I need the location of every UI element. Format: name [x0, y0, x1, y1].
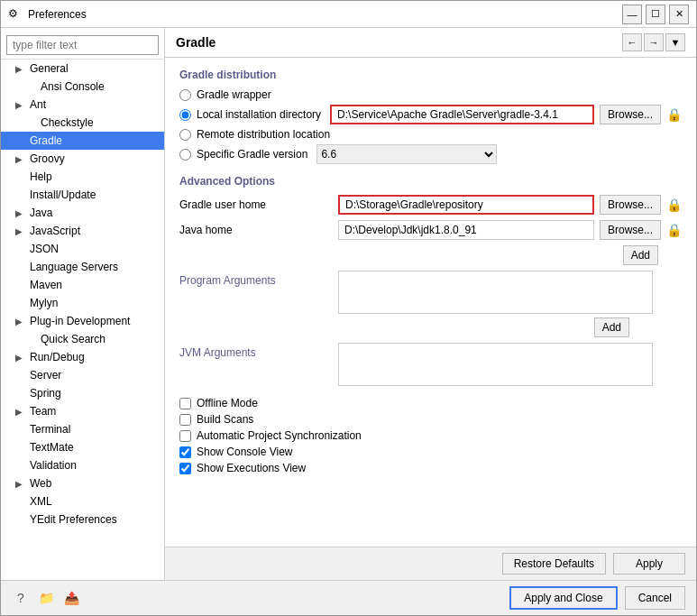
gradle-user-home-label: Gradle user home — [179, 198, 333, 211]
preferences-window: ⚙ Preferences — ☐ ✕ ▶GeneralAnsi Console… — [0, 0, 697, 616]
import-icon[interactable]: 📁 — [37, 589, 55, 607]
minimize-button[interactable]: — — [622, 5, 642, 24]
distribution-section-title: Gradle distribution — [179, 69, 682, 81]
advanced-section: Advanced Options Gradle user home Browse… — [179, 175, 682, 386]
sidebar-item-terminal[interactable]: Terminal — [1, 420, 164, 438]
sidebar-item-validation[interactable]: Validation — [1, 456, 164, 474]
sidebar-item-quick-search[interactable]: Quick Search — [1, 330, 164, 348]
local-installation-input[interactable] — [330, 105, 594, 124]
bottom-bar: Restore Defaults Apply — [165, 547, 696, 580]
radio-gradle-wrapper-label: Gradle wrapper — [197, 88, 271, 101]
main-content: Gradle distribution Gradle wrapper Local… — [165, 58, 696, 547]
sidebar-item-help[interactable]: Help — [1, 168, 164, 186]
sidebar-item-json[interactable]: JSON — [1, 240, 164, 258]
show-console-view-label: Show Console View — [197, 446, 293, 458]
sidebar-label-help: Help — [30, 170, 52, 183]
export-icon[interactable]: 📤 — [62, 589, 80, 607]
radio-group: Gradle wrapper Local installation direct… — [179, 88, 682, 164]
sidebar-label-team: Team — [30, 405, 56, 418]
show-executions-view-checkbox[interactable] — [179, 463, 191, 474]
nav-back-button[interactable]: ← — [622, 33, 642, 51]
java-home-input[interactable] — [338, 220, 594, 240]
radio-gradle-wrapper-input[interactable] — [179, 89, 191, 101]
sidebar-arrow-run-debug: ▶ — [15, 353, 26, 363]
filter-input[interactable] — [6, 35, 159, 55]
radio-gradle-wrapper: Gradle wrapper — [179, 88, 682, 101]
sidebar-item-maven[interactable]: Maven — [1, 276, 164, 294]
sidebar-label-plug-in-development: Plug-in Development — [30, 315, 130, 327]
help-icon[interactable]: ? — [12, 589, 30, 607]
gradle-user-home-browse-button[interactable]: Browse... — [600, 195, 661, 215]
sidebar-item-groovy[interactable]: ▶Groovy — [1, 150, 164, 168]
sidebar-label-ant: Ant — [30, 98, 46, 111]
sidebar-label-javascript: JavaScript — [30, 225, 80, 237]
jvm-arguments-area[interactable] — [338, 343, 653, 386]
nav-dropdown-button[interactable]: ▼ — [665, 33, 685, 51]
sidebar-item-mylyn[interactable]: Mylyn — [1, 294, 164, 312]
build-scans-checkbox[interactable] — [179, 414, 191, 426]
sidebar-item-plug-in-development[interactable]: ▶Plug-in Development — [1, 312, 164, 330]
sidebar-item-gradle[interactable]: Gradle — [1, 132, 164, 150]
sidebar-label-quick-search: Quick Search — [41, 333, 105, 345]
radio-local-installation-input[interactable] — [179, 109, 191, 121]
radio-specific-version-input[interactable] — [179, 149, 191, 161]
cancel-button[interactable]: Cancel — [625, 586, 685, 610]
auto-project-sync-checkbox[interactable] — [179, 430, 191, 442]
sidebar-arrow-general: ▶ — [15, 64, 26, 74]
sidebar-label-textmate: TextMate — [30, 441, 74, 454]
sidebar-item-team[interactable]: ▶Team — [1, 402, 164, 420]
radio-remote-distribution-input[interactable] — [179, 129, 191, 141]
java-home-lock-icon: 🔒 — [666, 223, 682, 237]
sidebar-label-xml: XML — [30, 495, 52, 508]
sidebar-item-yedit-preferences[interactable]: YEdit Preferences — [1, 510, 164, 529]
sidebar-item-ant[interactable]: ▶Ant — [1, 96, 164, 114]
apply-button[interactable]: Apply — [613, 553, 685, 575]
filter-box — [1, 32, 164, 60]
sidebar-item-web[interactable]: ▶Web — [1, 474, 164, 492]
sidebar-label-terminal: Terminal — [30, 423, 70, 436]
sidebar-item-language-servers[interactable]: Language Servers — [1, 258, 164, 276]
program-arguments-area[interactable] — [338, 271, 653, 314]
local-installation-browse-button[interactable]: Browse... — [600, 105, 661, 124]
close-button[interactable]: ✕ — [669, 5, 689, 24]
sidebar-item-checkstyle[interactable]: Checkstyle — [1, 114, 164, 132]
window-controls: — ☐ ✕ — [622, 5, 689, 24]
sidebar-item-ansi-console[interactable]: Ansi Console — [1, 78, 164, 96]
offline-mode-checkbox[interactable] — [179, 398, 191, 409]
sidebar-item-xml[interactable]: XML — [1, 492, 164, 510]
sidebar-item-java[interactable]: ▶Java — [1, 204, 164, 222]
main-panel: Gradle ← → ▼ Gradle distribution Gradle … — [165, 28, 696, 580]
maximize-button[interactable]: ☐ — [646, 5, 665, 24]
radio-specific-version: Specific Gradle version 6.6 — [179, 144, 682, 164]
apply-and-close-button[interactable]: Apply and Close — [509, 586, 617, 610]
advanced-section-title: Advanced Options — [179, 175, 682, 188]
sidebar-item-spring[interactable]: Spring — [1, 384, 164, 402]
sidebar-item-general[interactable]: ▶General — [1, 60, 164, 78]
sidebar-item-server[interactable]: Server — [1, 366, 164, 384]
java-home-add-button[interactable]: Add — [623, 245, 658, 265]
gradle-version-select[interactable]: 6.6 — [316, 144, 497, 164]
content-area: ▶GeneralAnsi Console▶AntCheckstyleGradle… — [1, 28, 696, 580]
radio-local-installation: Local installation directory Browse... 🔒 — [179, 105, 682, 124]
restore-defaults-button[interactable]: Restore Defaults — [502, 553, 606, 575]
footer-bar: ? 📁 📤 Apply and Close Cancel — [1, 580, 696, 615]
sidebar-label-run-debug: Run/Debug — [30, 351, 85, 363]
show-console-view-checkbox[interactable] — [179, 446, 191, 458]
sidebar-arrow-javascript: ▶ — [15, 226, 26, 236]
java-home-label: Java home — [179, 224, 333, 236]
gradle-user-home-input[interactable] — [338, 195, 594, 215]
main-header: Gradle ← → ▼ — [165, 28, 696, 58]
show-executions-view-row: Show Executions View — [179, 462, 682, 474]
build-scans-label: Build Scans — [197, 413, 253, 426]
sidebar-label-gradle: Gradle — [30, 134, 62, 147]
java-home-browse-button[interactable]: Browse... — [600, 220, 661, 240]
sidebar-arrow-java: ▶ — [15, 208, 26, 218]
sidebar-item-install-update[interactable]: Install/Update — [1, 186, 164, 204]
java-home-row: Java home Browse... 🔒 — [179, 220, 682, 240]
sidebar-item-javascript[interactable]: ▶JavaScript — [1, 222, 164, 240]
sidebar-item-run-debug[interactable]: ▶Run/Debug — [1, 348, 164, 366]
sidebar-item-textmate[interactable]: TextMate — [1, 438, 164, 456]
program-arguments-add-button[interactable]: Add — [594, 317, 629, 337]
nav-forward-button[interactable]: → — [644, 33, 664, 51]
sidebar: ▶GeneralAnsi Console▶AntCheckstyleGradle… — [1, 28, 165, 580]
